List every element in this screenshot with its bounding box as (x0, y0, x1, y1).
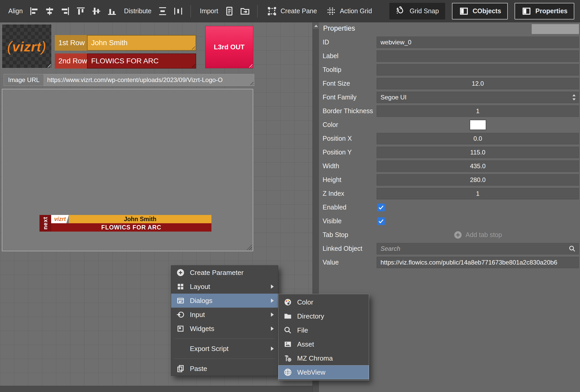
input-arrow-icon (176, 310, 185, 319)
color-swatch[interactable] (470, 120, 486, 130)
webview-preview[interactable]: next vizrt John Smith FLOWICS FOR ARC (2, 89, 253, 251)
distribute-vertical-icon (157, 6, 168, 16)
folder-export-icon (240, 6, 250, 16)
height-label: Height (323, 176, 377, 184)
position-x-field[interactable]: 0.0 (377, 133, 579, 144)
font-size-field[interactable]: 12.0 (377, 78, 579, 89)
prop-row-label: Label (319, 49, 580, 63)
add-tab-stop-button[interactable]: Add tab stop (454, 231, 502, 239)
menu-separator (174, 359, 275, 359)
align-bottom-button[interactable] (106, 5, 118, 17)
grid-snap-button[interactable]: Grid Snap (389, 3, 445, 19)
align-center-horizontal-button[interactable] (44, 5, 56, 17)
lower-third-graphic: next vizrt John Smith FLOWICS FOR ARC (39, 215, 211, 232)
linked-object-search[interactable]: Search (377, 243, 579, 254)
spinner-icon (571, 93, 577, 101)
paste-copy-icon (176, 364, 185, 373)
border-thickness-field[interactable]: 1 (377, 105, 579, 117)
action-grid-label: Action Grid (340, 7, 372, 15)
height-field[interactable]: 280.0 (377, 174, 579, 186)
distribute-horizontal-button[interactable] (172, 5, 184, 17)
scroll-up-button[interactable] (313, 22, 319, 29)
image-icon (283, 340, 292, 349)
row2-input[interactable]: FLOWICS FOR ARC (87, 53, 196, 69)
properties-button[interactable]: Properties (515, 3, 574, 19)
submenu-item-mz-chroma[interactable]: MZ Chroma (278, 351, 369, 365)
z-index-field[interactable]: 1 (377, 188, 579, 199)
toolbar-separator (190, 5, 191, 17)
value-field[interactable]: https://viz.flowics.com/public/14a8eb771… (377, 257, 579, 268)
align-right-icon (60, 6, 70, 16)
align-top-button[interactable] (75, 5, 87, 17)
toolbar: Align Distribute Import (0, 0, 580, 22)
vizrt-logo-widget[interactable]: (vizrt) (2, 24, 52, 68)
panel-header-tab[interactable] (532, 24, 579, 34)
value-label: Value (323, 259, 377, 266)
export-folder-button[interactable] (239, 5, 251, 17)
resize-grip[interactable] (249, 80, 254, 85)
row1-input[interactable]: John Smith (87, 35, 196, 51)
position-y-field[interactable]: 115.0 (377, 147, 579, 158)
id-field[interactable]: webview_0 (377, 37, 579, 48)
submenu-item-asset[interactable]: Asset (278, 337, 369, 351)
prop-row-enabled: Enabled (319, 200, 580, 214)
submenu-item-directory[interactable]: Directory (278, 309, 369, 323)
menu-item-paste[interactable]: Paste (171, 362, 278, 376)
submenu-arrow-icon (271, 327, 274, 331)
app-window: Align Distribute Import (0, 0, 580, 392)
align-middle-button[interactable] (90, 5, 102, 17)
prop-row-visible: Visible (319, 214, 580, 228)
image-url-input[interactable]: https://www.vizrt.com/wp-content/uploads… (44, 74, 254, 86)
row2-widget: 2nd Row FLOWICS FOR ARC (55, 53, 196, 69)
align-top-icon (76, 6, 86, 16)
align-left-button[interactable] (28, 5, 40, 17)
action-grid-button[interactable]: Action Grid (326, 6, 372, 17)
submenu-item-webview[interactable]: WebView (278, 365, 369, 379)
distribute-vertical-button[interactable] (157, 5, 169, 17)
menu-item-export-script[interactable]: Export Script (171, 342, 278, 356)
plus-circle-icon (454, 231, 462, 239)
menu-item-dialogs[interactable]: Dialogs (171, 294, 278, 308)
menu-item-input[interactable]: Input (171, 308, 278, 322)
menu-item-widgets[interactable]: Widgets (171, 322, 278, 336)
align-right-button[interactable] (59, 5, 71, 17)
distribute-label: Distribute (124, 7, 152, 15)
width-field[interactable]: 435.0 (377, 160, 579, 172)
import-document-button[interactable] (223, 5, 235, 17)
prop-row-tooltip: Tooltip (319, 63, 580, 77)
action-grid-icon (326, 6, 337, 17)
width-label: Width (323, 162, 377, 170)
properties-button-label: Properties (535, 7, 568, 15)
submenu-arrow-icon (271, 313, 274, 317)
visible-checkbox[interactable] (377, 217, 385, 225)
cobjects-label: CObjects (473, 7, 501, 15)
menu-item-create-parameter[interactable]: Create Parameter (171, 266, 278, 280)
align-center-horizontal-icon (44, 6, 55, 16)
align-middle-icon (91, 6, 102, 16)
resize-grip[interactable] (46, 63, 51, 67)
cobjects-button[interactable]: CObjects (452, 3, 508, 19)
prop-row-height: Height 280.0 (319, 173, 580, 187)
create-pane-button[interactable]: Create Pane (266, 6, 317, 17)
resize-grip[interactable] (190, 45, 195, 50)
enabled-checkbox[interactable] (377, 204, 385, 211)
font-family-select[interactable]: Segoe UI (377, 92, 579, 103)
menu-item-layout[interactable]: Layout (171, 280, 278, 294)
magnet-icon (396, 6, 406, 16)
l3rd-out-button[interactable]: L3rd OUT (205, 26, 253, 68)
label-field[interactable] (377, 50, 579, 62)
resize-grip[interactable] (245, 243, 252, 250)
horizontal-scrollbar[interactable] (0, 386, 312, 392)
submenu-item-color[interactable]: Color (278, 295, 369, 309)
tooltip-field[interactable] (377, 64, 579, 76)
align-label: Align (8, 7, 23, 15)
resize-grip[interactable] (190, 63, 195, 67)
align-bottom-icon (107, 6, 117, 16)
resize-grip[interactable] (248, 63, 252, 67)
font-size-label: Font Size (323, 80, 377, 87)
l3rd-out-label: L3rd OUT (214, 43, 244, 51)
submenu-item-file[interactable]: File (278, 323, 369, 337)
document-icon (224, 6, 235, 16)
prop-row-id: ID webview_0 (319, 35, 580, 49)
layout-grid-icon (176, 282, 185, 291)
